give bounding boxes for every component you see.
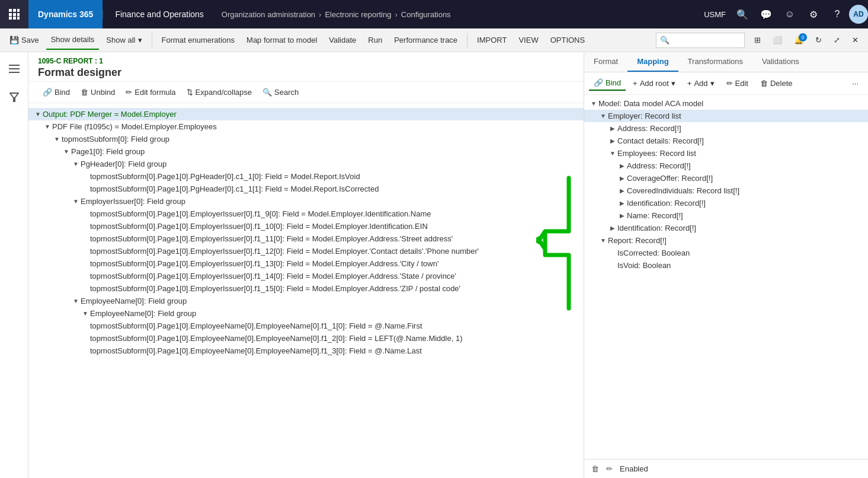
format-enumerations-button[interactable]: Format enumerations [157,31,240,50]
mapping-item-label: Report: Record[!] [608,236,667,245]
options-button[interactable]: OPTIONS [546,31,590,50]
performance-trace-button[interactable]: Performance trace [389,31,462,50]
search-nav-button[interactable]: 🔍 [731,0,754,28]
footer-delete-icon[interactable]: 🗑 [591,464,599,473]
tree-item[interactable]: ▼EmployerIssuer[0]: Field group [28,195,584,208]
tab-validations[interactable]: Validations [752,52,809,72]
multiwin-icon[interactable]: ⊞ [750,31,765,50]
save-button[interactable]: 💾 Save [5,31,44,50]
unbind-button[interactable]: 🗑 Unbind [76,85,120,99]
mapping-item[interactable]: ▼Report: Record[!] [584,234,868,247]
search-input[interactable] [673,36,744,44]
tree-item[interactable]: topmostSubform[0].Page1[0].PgHeader[0].c… [28,183,584,195]
close-icon[interactable]: ✕ [847,31,863,50]
tab-transformations[interactable]: Transformations [678,52,752,72]
delete-mapping-button[interactable]: 🗑 Delete [755,77,797,90]
tree-item[interactable]: ▼Page1[0]: Field group [28,145,584,158]
tree-arrow[interactable]: ▼ [81,310,90,317]
sidebar-menu-icon[interactable] [2,57,26,81]
tree-arrow[interactable]: ▼ [71,298,81,304]
mapping-item[interactable]: ▶Identification: Record[!] [584,197,868,209]
tree-item[interactable]: topmostSubform[0].Page1[0].EmployerIssue… [28,220,584,232]
tree-item[interactable]: topmostSubform[0].Page1[0].EmployerIssue… [28,232,584,245]
tab-mapping[interactable]: Mapping [627,52,678,72]
tree-item[interactable]: topmostSubform[0].Page1[0].EmployerIssue… [28,257,584,270]
tree-arrow[interactable]: ▼ [71,161,81,167]
mapping-item[interactable]: ▶CoverageOffer: Record[!] [584,172,868,184]
mapping-item[interactable]: ▶Identification: Record[!] [584,222,868,234]
mapping-tree[interactable]: ▼Model: Data model ACA model▼Employer: R… [584,95,868,459]
tree-item[interactable]: topmostSubform[0].Page1[0].EmployerIssue… [28,270,584,282]
tree-item[interactable]: topmostSubform[0].Page1[0].EmployerIssue… [28,245,584,257]
tree-arrow[interactable]: ▼ [71,198,81,205]
tree-item[interactable]: topmostSubform[0].Page1[0].EmployeeName[… [28,332,584,345]
search-designer-button[interactable]: 🔍 Search [258,85,303,99]
breadcrumb-config[interactable]: Configurations [401,10,451,19]
settings-icon[interactable]: ⚙ [802,0,825,28]
edit-mapping-button[interactable]: ✏ Edit [722,77,753,90]
tree-arrow[interactable]: ▼ [62,148,71,155]
tab-format[interactable]: Format [584,52,627,72]
mapping-item[interactable]: ▶Address: Record[!] [584,160,868,172]
tree-item[interactable]: ▼Output: PDF Merger = Model.Employer [28,108,584,120]
main-content: 1095-C REPORT : 1 Format designer 🔗 Bind… [0,52,868,478]
popout-icon[interactable]: ⤢ [829,31,845,50]
add-button[interactable]: + Add ▾ [683,77,719,90]
refresh-icon[interactable]: ↻ [811,31,827,50]
avatar[interactable]: AD [849,5,868,24]
mapping-item[interactable]: IsCorrected: Boolean [584,247,868,259]
tree-arrow[interactable]: ▼ [33,111,43,117]
run-button[interactable]: Run [363,31,387,50]
format-tree[interactable]: ▼Output: PDF Merger = Model.Employer▼PDF… [28,103,584,478]
tree-item[interactable]: topmostSubform[0].Page1[0].EmployeeName[… [28,320,584,332]
expand-collapse-button[interactable]: ⇅ Expand/collapse [182,85,257,99]
help-icon[interactable]: ? [825,0,849,28]
view-button[interactable]: VIEW [514,31,543,50]
tree-arrow[interactable]: ▼ [43,123,52,130]
edit-formula-button[interactable]: ✏ Edit formula [121,85,180,99]
sidebar-filter-icon[interactable] [2,85,26,109]
tree-item-label: topmostSubform[0].Page1[0].EmployeeName[… [90,321,584,330]
add-root-button[interactable]: + Add root ▾ [628,77,680,90]
tree-item[interactable]: topmostSubform[0].Page1[0].EmployerIssue… [28,282,584,295]
validate-button[interactable]: Validate [324,31,361,50]
mapping-item[interactable]: ▶Contact details: Record[!] [584,135,868,147]
map-arrow: ▶ [617,187,627,194]
import-button[interactable]: IMPORT [472,31,511,50]
bind-button[interactable]: 🔗 Bind [38,85,75,99]
tree-item[interactable]: ▼topmostSubform[0]: Field group [28,133,584,145]
tree-item[interactable]: topmostSubform[0].Page1[0].PgHeader[0].c… [28,170,584,183]
tree-item[interactable]: ▼EmployeeName[0]: Field group [28,307,584,320]
waffle-button[interactable] [0,0,28,28]
mapping-item[interactable]: IsVoid: Boolean [584,259,868,272]
breadcrumb-er[interactable]: Electronic reporting [325,10,391,19]
tree-item[interactable]: ▼PDF File (f1095c) = Model.Employer.Empl… [28,120,584,133]
tree-item[interactable]: topmostSubform[0].Page1[0].EmployerIssue… [28,208,584,220]
brand-area[interactable]: Dynamics 365 [28,0,103,28]
mapping-item[interactable]: ▼Employer: Record list [584,110,868,122]
mapping-item[interactable]: ▼Model: Data model ACA model [584,97,868,110]
mapping-item[interactable]: ▶CoveredIndividuals: Record list[!] [584,184,868,197]
chat-icon[interactable]: 💬 [754,0,778,28]
mapping-bind-button[interactable]: 🔗 Bind [589,76,626,91]
footer-edit-icon[interactable]: ✏ [606,464,613,473]
tree-item[interactable]: ▼EmployeeName[0]: Field group [28,295,584,307]
smiley-icon[interactable]: ☺ [778,0,802,28]
mapping-item[interactable]: ▶Address: Record[!] [584,122,868,135]
breadcrumb-org[interactable]: Organization administration [222,10,315,19]
svg-rect-11 [9,72,20,73]
mapping-item[interactable]: ▶Name: Record[!] [584,209,868,222]
map-format-to-model-button[interactable]: Map format to model [242,31,322,50]
tree-item[interactable]: ▼PgHeader[0]: Field group [28,158,584,170]
tree-item[interactable]: topmostSubform[0].Page1[0].EmployeeName[… [28,345,584,357]
notify-icon[interactable]: 🔔 0 [789,31,808,50]
svg-rect-2 [17,9,20,12]
tree-arrow[interactable]: ▼ [52,136,62,142]
toolbar-search-box[interactable]: 🔍 [656,33,745,48]
mapping-item[interactable]: ▼Employees: Record list [584,147,868,160]
show-details-button[interactable]: Show details [46,31,100,50]
show-all-button[interactable]: Show all ▾ [101,31,146,50]
office-icon[interactable]: ⬜ [768,31,787,50]
more-button[interactable]: ··· [847,77,863,90]
breadcrumb: Organization administration › Electronic… [216,10,699,19]
